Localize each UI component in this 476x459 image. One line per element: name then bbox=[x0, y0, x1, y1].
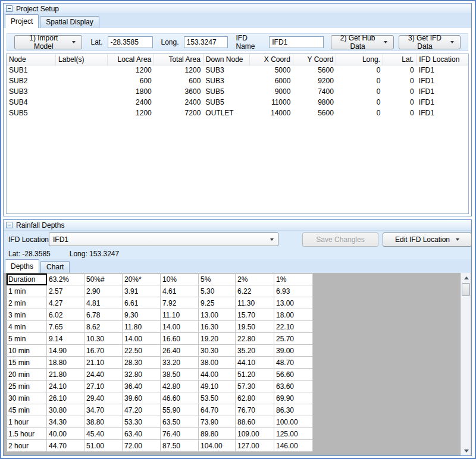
table-cell[interactable]: 6.02 bbox=[47, 309, 84, 321]
table-cell[interactable]: 26.10 bbox=[47, 392, 84, 404]
table-cell[interactable]: 7.92 bbox=[161, 297, 199, 309]
table-cell[interactable]: 26.40 bbox=[161, 345, 199, 357]
table-cell[interactable]: 42.80 bbox=[161, 381, 199, 392]
column-header[interactable]: Down Node bbox=[203, 54, 250, 65]
table-cell[interactable]: 9200 bbox=[293, 76, 336, 86]
table-cell[interactable]: 1 min bbox=[7, 285, 47, 297]
table-cell[interactable] bbox=[56, 65, 108, 76]
tab-depths[interactable]: Depths bbox=[5, 259, 39, 273]
table-cell[interactable]: 1200 bbox=[107, 65, 154, 76]
table-cell[interactable]: 39.00 bbox=[274, 345, 313, 357]
table-cell[interactable]: 45.40 bbox=[84, 428, 123, 440]
table-cell[interactable]: 6.22 bbox=[236, 285, 274, 297]
table-cell[interactable]: 5.30 bbox=[199, 285, 236, 297]
table-cell[interactable]: 28.30 bbox=[123, 357, 161, 369]
table-cell[interactable] bbox=[56, 86, 108, 97]
table-cell[interactable]: 0 bbox=[336, 86, 383, 97]
table-cell[interactable]: 24.40 bbox=[84, 369, 123, 381]
table-cell[interactable]: 9.30 bbox=[123, 309, 161, 321]
table-cell[interactable]: 15.70 bbox=[236, 309, 274, 321]
table-cell[interactable]: 0 bbox=[383, 86, 416, 97]
table-cell[interactable]: 53.50 bbox=[199, 392, 236, 404]
table-cell[interactable]: 13.00 bbox=[199, 309, 236, 321]
table-cell[interactable]: 44.70 bbox=[47, 440, 84, 452]
table-cell[interactable]: 63.50 bbox=[161, 416, 199, 428]
table-cell[interactable]: 34.30 bbox=[47, 416, 84, 428]
table-cell[interactable]: 46.60 bbox=[161, 392, 199, 404]
scroll-thumb[interactable] bbox=[462, 283, 470, 296]
table-row[interactable]: 4 min7.658.6211.8014.0016.3019.5022.10 bbox=[7, 321, 313, 333]
table-cell[interactable]: 76.70 bbox=[236, 404, 274, 416]
column-header[interactable]: X Coord bbox=[250, 54, 293, 65]
table-row[interactable]: SUB512007200OUTLET14000560000IFD1 bbox=[7, 108, 469, 118]
table-cell[interactable]: 16.70 bbox=[84, 345, 123, 357]
table-cell[interactable]: 14000 bbox=[250, 108, 293, 118]
table-cell[interactable]: SUB1 bbox=[7, 65, 56, 76]
table-cell[interactable]: 18.80 bbox=[47, 357, 84, 369]
table-cell[interactable]: 30 min bbox=[7, 392, 47, 404]
tab-chart[interactable]: Chart bbox=[40, 261, 70, 273]
table-cell[interactable]: 0 bbox=[336, 76, 383, 86]
table-cell[interactable]: 88.60 bbox=[236, 416, 274, 428]
table-cell[interactable]: 86.30 bbox=[274, 404, 313, 416]
table-cell[interactable]: 11.30 bbox=[236, 297, 274, 309]
table-cell[interactable]: 27.10 bbox=[84, 381, 123, 392]
table-cell[interactable]: 0 bbox=[383, 65, 416, 76]
edit-ifd-location-button[interactable]: Edit IFD Location bbox=[383, 232, 472, 247]
table-cell[interactable]: 146.00 bbox=[274, 440, 313, 452]
table-cell[interactable]: SUB5 bbox=[203, 97, 250, 108]
scroll-down-button[interactable] bbox=[461, 446, 471, 455]
table-cell[interactable] bbox=[56, 108, 108, 118]
table-cell[interactable]: 4 min bbox=[7, 321, 47, 333]
table-row[interactable]: 1 hour34.3038.8053.3063.5073.9088.60100.… bbox=[7, 416, 313, 428]
table-cell[interactable]: SUB5 bbox=[203, 86, 250, 97]
table-cell[interactable]: 64.70 bbox=[199, 404, 236, 416]
table-row[interactable]: NodeLabel(s)Local AreaTotal AreaDown Nod… bbox=[7, 54, 469, 65]
table-cell[interactable]: 5600 bbox=[293, 108, 336, 118]
table-cell[interactable]: 20 min bbox=[7, 369, 47, 381]
table-row[interactable]: SUB318003600SUB59000740000IFD1 bbox=[7, 86, 469, 97]
table-cell[interactable]: 56.60 bbox=[274, 369, 313, 381]
column-header[interactable]: Label(s) bbox=[56, 54, 108, 65]
ifd-name-input[interactable] bbox=[269, 36, 324, 48]
table-row[interactable]: Duration63.2%50%#20%*10%5%2%1% bbox=[7, 273, 313, 285]
table-cell[interactable]: 10% bbox=[161, 273, 199, 285]
table-cell[interactable]: 21.10 bbox=[84, 357, 123, 369]
table-cell[interactable]: 8.62 bbox=[84, 321, 123, 333]
table-cell[interactable]: 39.60 bbox=[123, 392, 161, 404]
table-row[interactable]: 2 min4.274.816.617.929.2511.3013.00 bbox=[7, 297, 313, 309]
table-cell[interactable]: 9800 bbox=[293, 97, 336, 108]
table-cell[interactable]: 5 min bbox=[7, 333, 47, 345]
table-cell[interactable]: 29.40 bbox=[84, 392, 123, 404]
column-header[interactable]: Long. bbox=[336, 54, 383, 65]
table-cell[interactable]: 38.80 bbox=[84, 416, 123, 428]
table-cell[interactable]: 0 bbox=[383, 76, 416, 86]
table-row[interactable]: 25 min24.1027.1036.4042.8049.1057.3063.6… bbox=[7, 381, 313, 392]
import-model-button[interactable]: 1) Import Model bbox=[14, 35, 82, 49]
table-cell[interactable]: 3600 bbox=[154, 86, 203, 97]
table-cell[interactable]: 73.90 bbox=[199, 416, 236, 428]
table-cell[interactable]: SUB2 bbox=[7, 76, 56, 86]
table-row[interactable]: 3 min6.026.789.3011.1013.0015.7018.00 bbox=[7, 309, 313, 321]
table-cell[interactable]: 9.14 bbox=[47, 333, 84, 345]
table-cell[interactable]: 6.61 bbox=[123, 297, 161, 309]
column-header[interactable]: IFD Location bbox=[416, 54, 469, 65]
table-cell[interactable]: 57.30 bbox=[236, 381, 274, 392]
table-row[interactable]: 1.5 hour40.0045.4063.4076.4089.80109.001… bbox=[7, 428, 313, 440]
table-cell[interactable]: SUB3 bbox=[203, 76, 250, 86]
table-cell[interactable]: 30.30 bbox=[199, 345, 236, 357]
table-row[interactable]: 45 min30.8034.7047.2055.9064.7076.7086.3… bbox=[7, 404, 313, 416]
table-row[interactable]: 20 min21.8024.4032.8038.5044.0051.2056.6… bbox=[7, 369, 313, 381]
table-cell[interactable]: 30.80 bbox=[47, 404, 84, 416]
table-cell[interactable]: 1.5 hour bbox=[7, 428, 47, 440]
vertical-scrollbar[interactable] bbox=[461, 273, 471, 455]
table-cell[interactable]: 5% bbox=[199, 273, 236, 285]
table-row[interactable]: SUB424002400SUB511000980000IFD1 bbox=[7, 97, 469, 108]
table-cell[interactable]: 3.91 bbox=[123, 285, 161, 297]
table-cell[interactable]: 7200 bbox=[154, 108, 203, 118]
table-cell[interactable]: 38.00 bbox=[199, 357, 236, 369]
table-cell[interactable]: IFD1 bbox=[416, 76, 469, 86]
get-ifd-data-button[interactable]: 3) Get IFD Data bbox=[399, 35, 461, 49]
table-cell[interactable]: 51.20 bbox=[236, 369, 274, 381]
table-cell[interactable]: 50%# bbox=[84, 273, 123, 285]
